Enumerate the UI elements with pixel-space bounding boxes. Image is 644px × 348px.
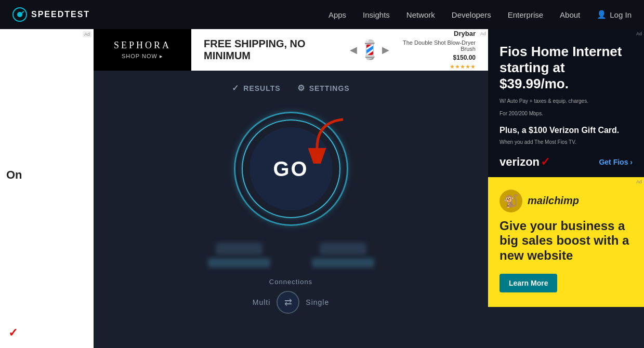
drybar-price: $150.00	[389, 54, 476, 61]
connections-label: Connections	[269, 278, 312, 286]
sephora-name: SEPHORA	[114, 40, 171, 51]
go-container: GO	[234, 112, 348, 226]
right-sidebar: Ad Fios Home Internet starting at $39.99…	[488, 29, 644, 348]
left-ad-content: On	[0, 33, 94, 348]
connections-toggle-button[interactable]: ⇄	[277, 291, 299, 314]
verizon-logo-text: verizon	[500, 155, 540, 169]
drybar-brand: Drybar	[389, 30, 476, 37]
logo[interactable]: SPEEDTEST	[12, 7, 90, 22]
tab-results[interactable]: ✓ RESULTS	[232, 81, 280, 95]
connections-section: Connections Multi ⇄ Single	[253, 278, 329, 314]
nav-item-developers[interactable]: Developers	[452, 10, 491, 19]
mailchimp-ad: Ad 🐒 mailchimp Give your business a big …	[488, 177, 644, 307]
login-label: Log In	[610, 10, 632, 19]
verizon-logo: verizon✓	[500, 155, 550, 169]
left-ad-badge: Ad	[83, 31, 91, 37]
main-nav: Apps Insights Network Developers Enterpr…	[328, 10, 632, 19]
verizon-ad-sub1: W/ Auto Pay + taxes & equip. charges.	[500, 98, 633, 105]
upload-info-box	[312, 243, 374, 267]
single-label: Single	[306, 298, 329, 306]
verizon-checkmark-icon: ✓	[541, 155, 550, 169]
drybar-info: Drybar The Double Shot Blow-Dryer Brush …	[389, 30, 476, 70]
settings-gear-icon: ⚙	[297, 83, 305, 93]
download-info-box	[208, 243, 270, 267]
tab-results-label: RESULTS	[243, 84, 280, 92]
drybar-stars: ★★★★★	[389, 63, 476, 70]
center-content: SEPHORA SHOP NOW ▸ Ad FREE SHIPPING, NO …	[94, 29, 488, 348]
get-fios-label: Get Fios ›	[599, 158, 633, 166]
person-icon: 👤	[597, 10, 607, 19]
tab-settings-label: SETTINGS	[309, 84, 350, 92]
speedtest-logo-icon	[12, 7, 27, 22]
speedtest-area: ✓ RESULTS ⚙ SETTINGS GO	[94, 71, 488, 348]
drybar-product: The Double Shot Blow-Dryer Brush	[389, 39, 476, 52]
nav-item-network[interactable]: Network	[406, 10, 435, 19]
top-ad-banner: SEPHORA SHOP NOW ▸ Ad FREE SHIPPING, NO …	[94, 29, 488, 71]
login-button[interactable]: 👤 Log In	[597, 10, 632, 19]
left-ad-on-text: On	[6, 168, 22, 182]
mailchimp-ad-badge: Ad	[636, 179, 642, 184]
left-sidebar-ad: Ad On ✓	[0, 29, 94, 348]
verizon-ad-bonus-sub: When you add The Most Fios TV.	[500, 139, 633, 145]
nav-item-insights[interactable]: Insights	[363, 10, 390, 19]
verizon-ad: Ad Fios Home Internet starting at $39.99…	[488, 29, 644, 177]
drybar-headline: FREE SHIPPING, NO MINIMUM	[204, 38, 350, 62]
info-boxes	[208, 243, 374, 267]
tabs-row: ✓ RESULTS ⚙ SETTINGS	[232, 81, 349, 95]
go-button[interactable]: GO	[249, 127, 333, 210]
drybar-left: FREE SHIPPING, NO MINIMUM	[204, 38, 350, 62]
nav-item-enterprise[interactable]: Enterprise	[508, 10, 543, 19]
verizon-ad-sub2: For 200/200 Mbps.	[500, 110, 633, 117]
mailchimp-learn-label: Learn More	[509, 279, 548, 287]
upload-sub-blurred	[312, 258, 374, 267]
get-fios-button[interactable]: Get Fios ›	[599, 158, 633, 166]
connections-toggle: Multi ⇄ Single	[253, 291, 329, 314]
brush-icon: 💈	[358, 39, 382, 61]
toggle-icon: ⇄	[284, 297, 292, 308]
sephora-ad[interactable]: SEPHORA SHOP NOW ▸	[94, 29, 191, 71]
nav-item-about[interactable]: About	[560, 10, 580, 19]
verizon-ad-footer: verizon✓ Get Fios ›	[500, 155, 633, 169]
verizon-ad-title: Fios Home Internet starting at $39.99/mo…	[500, 44, 633, 92]
mailchimp-header: 🐒 mailchimp	[500, 190, 633, 212]
mailchimp-tagline: Give your business a big sales boost wit…	[500, 219, 633, 263]
monkey-emoji: 🐒	[503, 194, 519, 208]
mailchimp-monkey-icon: 🐒	[500, 190, 522, 212]
header: SPEEDTEST Apps Insights Network Develope…	[0, 0, 644, 29]
download-value-blurred	[216, 243, 262, 255]
results-check-icon: ✓	[232, 83, 239, 93]
sephora-cta[interactable]: SHOP NOW ▸	[122, 53, 163, 60]
main-layout: Ad On ✓ SEPHORA SHOP NOW ▸ Ad FREE SHIPP…	[0, 29, 644, 348]
drybar-ad-badge: Ad	[480, 31, 486, 36]
verizon-ad-bonus: Plus, a $100 Verizon Gift Card.	[500, 126, 633, 135]
logo-text: SPEEDTEST	[31, 10, 90, 19]
upload-value-blurred	[320, 243, 366, 255]
drybar-next-arrow[interactable]: ▶	[382, 44, 389, 56]
drybar-ad[interactable]: Ad FREE SHIPPING, NO MINIMUM ◀ 💈 ▶ Dryba…	[191, 29, 488, 71]
tab-settings[interactable]: ⚙ SETTINGS	[297, 81, 350, 95]
multi-label: Multi	[253, 298, 271, 306]
verizon-check-bottom: ✓	[8, 326, 18, 340]
mailchimp-brand: mailchimp	[528, 195, 579, 207]
nav-item-apps[interactable]: Apps	[328, 10, 346, 19]
drybar-product-image: 💈	[357, 39, 382, 61]
verizon-ad-badge: Ad	[636, 31, 642, 36]
go-button-label: GO	[273, 157, 308, 181]
drybar-prev-arrow[interactable]: ◀	[350, 44, 357, 56]
download-sub-blurred	[208, 258, 270, 267]
mailchimp-learn-button[interactable]: Learn More	[500, 274, 557, 292]
